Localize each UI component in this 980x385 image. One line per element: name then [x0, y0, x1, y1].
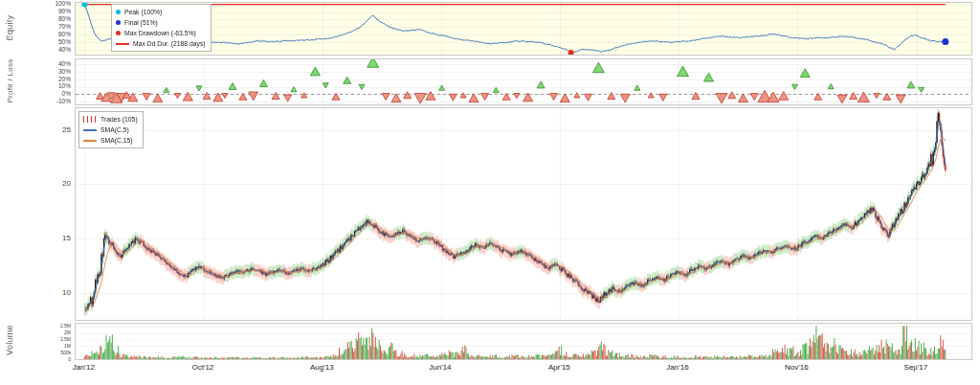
- price-y-tick-label: 20: [29, 179, 71, 188]
- volume-panel: [75, 323, 972, 360]
- profit-loss-axis-title: Profit / Loss: [6, 51, 14, 112]
- x-tick-label: Jan'12: [60, 363, 106, 372]
- equity-curve-y-tick-label: 90%: [29, 8, 71, 14]
- x-tick-label: Apr'15: [536, 363, 582, 372]
- max-dd-duration-line-icon: [116, 43, 129, 45]
- legend-label-peak: Peak (100%): [124, 7, 162, 17]
- profit-loss-y-tick-label: 40%: [29, 60, 71, 67]
- profit-loss-panel: [75, 58, 972, 105]
- equity-curve-y-tick-label: 40%: [29, 46, 71, 53]
- legend-label-trades: Trades (105): [100, 114, 138, 125]
- x-tick-label: Nov'16: [773, 363, 819, 372]
- legend-item-max-drawdown[interactable]: Max Drawdown (-63.5%): [116, 28, 206, 38]
- sma-fast-line-icon: [83, 129, 97, 131]
- legend-label-max-dd-duration: Max Dd Dur. (2188 days): [133, 38, 206, 49]
- x-tick-label: Jun'14: [417, 363, 463, 372]
- profit-loss-plot-canvas[interactable]: [76, 59, 971, 104]
- price-y-tick-label: 10: [29, 288, 71, 297]
- equity-legend: Peak (100%) Final (51%) Max Drawdown (-6…: [111, 4, 212, 52]
- backtest-result-figure: Equity Profit / Loss Volume Peak (100%) …: [0, 0, 980, 385]
- equity-curve-y-tick-label: 70%: [29, 23, 71, 30]
- equity-curve-y-tick-label: 50%: [29, 38, 71, 45]
- price-panel: [75, 107, 972, 321]
- profit-loss-y-tick-label: 0%: [29, 90, 71, 97]
- volume-y-tick-label: 500k: [29, 350, 71, 355]
- volume-y-tick-label: 2M: [29, 329, 71, 335]
- profit-loss-y-tick-label: -10%: [29, 98, 71, 104]
- legend-item-final[interactable]: Final (51%): [116, 17, 206, 28]
- volume-axis-title: Volume: [5, 313, 14, 367]
- equity-curve-y-tick-label: 100%: [29, 0, 71, 7]
- sma-slow-line-icon: [83, 140, 97, 142]
- price-y-tick-label: 15: [29, 234, 71, 242]
- equity-axis-title: Equity: [5, 1, 14, 55]
- volume-y-tick-label: 1M: [29, 343, 71, 349]
- x-tick-label: Oct'12: [180, 363, 226, 372]
- profit-loss-y-tick-label: 10%: [29, 82, 71, 89]
- volume-plot-canvas[interactable]: [76, 324, 971, 359]
- legend-label-sma-slow: SMA(C,15): [100, 135, 133, 146]
- price-legend: Trades (105) SMA(C,5) SMA(C,15): [78, 111, 144, 148]
- profit-loss-y-tick-label: 30%: [29, 68, 71, 75]
- peak-marker-icon: [116, 10, 121, 14]
- x-tick-label: Aug'13: [299, 363, 345, 372]
- x-tick-label: Jan'16: [655, 363, 701, 372]
- volume-y-tick-label: 2.5M: [29, 323, 71, 328]
- legend-label-final: Final (51%): [124, 17, 158, 28]
- legend-label-max-drawdown: Max Drawdown (-63.5%): [124, 28, 196, 38]
- volume-y-tick-label: 0: [29, 356, 71, 362]
- x-tick-label: Sep'17: [893, 363, 939, 372]
- trades-hatch-icon: [83, 116, 97, 123]
- price-plot-canvas[interactable]: [76, 108, 971, 320]
- final-marker-icon: [116, 20, 121, 25]
- profit-loss-y-tick-label: 20%: [29, 76, 71, 82]
- legend-item-sma-slow[interactable]: SMA(C,15): [83, 135, 138, 146]
- legend-item-sma-fast[interactable]: SMA(C,5): [83, 125, 138, 135]
- legend-label-sma-fast: SMA(C,5): [100, 125, 129, 135]
- max-drawdown-marker-icon: [116, 31, 121, 35]
- equity-curve-y-tick-label: 60%: [29, 31, 71, 37]
- price-y-tick-label: 25: [29, 125, 71, 134]
- legend-item-max-dd-duration[interactable]: Max Dd Dur. (2188 days): [116, 38, 206, 49]
- volume-y-tick-label: 1.5M: [29, 336, 71, 342]
- legend-item-peak[interactable]: Peak (100%): [116, 7, 206, 17]
- equity-curve-y-tick-label: 80%: [29, 15, 71, 22]
- legend-item-trades[interactable]: Trades (105): [83, 114, 138, 125]
